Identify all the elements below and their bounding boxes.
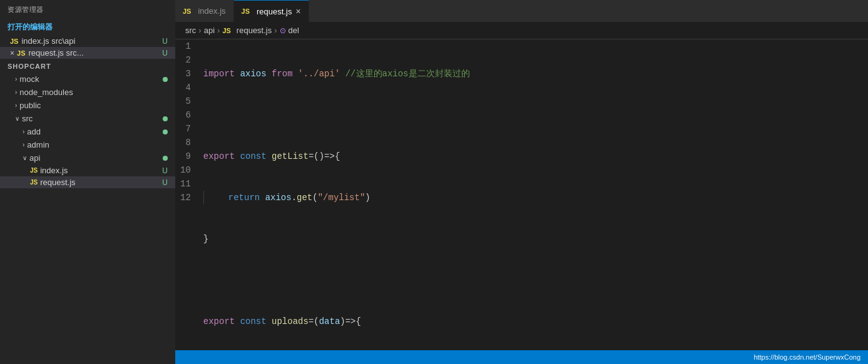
status-bar: https://blog.csdn.net/SuperwxCong bbox=[175, 350, 868, 364]
project-name: SHOPCART bbox=[0, 59, 175, 73]
folder-api[interactable]: ∨ api bbox=[0, 151, 175, 164]
js-icon-4: JS bbox=[30, 179, 38, 186]
folder-admin[interactable]: › admin bbox=[0, 138, 175, 151]
js-tab-icon-2: JS bbox=[242, 8, 250, 15]
folder-node-modules-label: node_modules bbox=[19, 88, 73, 97]
tab-label-index: index.js bbox=[198, 6, 225, 16]
folder-public[interactable]: › public bbox=[0, 99, 175, 112]
code-line-5: } bbox=[203, 232, 868, 246]
tab-label-request: request.js bbox=[257, 7, 292, 16]
open-file-index[interactable]: JS index.js src\api U bbox=[0, 35, 175, 47]
code-line-4: return axios.get("/mylist") bbox=[203, 191, 868, 205]
breadcrumb-sep-1: › bbox=[198, 26, 201, 35]
js-icon-2: JS bbox=[17, 49, 25, 57]
code-container[interactable]: 1 2 3 4 5 6 7 8 9 10 11 12 import axios … bbox=[175, 39, 868, 350]
breadcrumb-sep-2: › bbox=[217, 26, 220, 35]
file-request-js[interactable]: JS request.js U bbox=[0, 176, 175, 188]
chevron-right-icon: › bbox=[15, 76, 17, 83]
file-index-label: index.js bbox=[40, 166, 68, 175]
dot-badge-src bbox=[163, 116, 168, 121]
chevron-right-icon-5: › bbox=[23, 141, 24, 148]
tab-index-js[interactable]: JS index.js bbox=[175, 0, 234, 22]
js-icon: JS bbox=[10, 38, 18, 45]
breadcrumb-request-js: request.js bbox=[237, 26, 272, 35]
js-icon-3: JS bbox=[30, 167, 38, 174]
badge-u-3: U bbox=[162, 166, 168, 175]
folder-mock[interactable]: › mock bbox=[0, 73, 175, 86]
editor-area: JS index.js JS request.js × src › api › … bbox=[175, 0, 868, 364]
status-link[interactable]: https://blog.csdn.net/SuperwxCong bbox=[753, 353, 860, 361]
chevron-right-icon-4: › bbox=[23, 128, 24, 135]
folder-src[interactable]: ∨ src bbox=[0, 112, 175, 125]
tab-bar: JS index.js JS request.js × bbox=[175, 0, 868, 22]
code-editor[interactable]: import axios from '../api' //这里的axios是二次… bbox=[201, 39, 868, 350]
file-index-js[interactable]: JS index.js U bbox=[0, 164, 175, 176]
line-numbers: 1 2 3 4 5 6 7 8 9 10 11 12 bbox=[175, 39, 201, 350]
sidebar: 资源管理器 打开的编辑器 JS index.js src\api U × JS … bbox=[0, 0, 175, 364]
dot-badge-add bbox=[163, 129, 168, 134]
open-editors-label[interactable]: 打开的编辑器 bbox=[0, 19, 175, 35]
open-file-name-2: request.js src... bbox=[28, 48, 83, 58]
breadcrumb-src: src bbox=[185, 26, 196, 35]
open-file-request[interactable]: × JS request.js src... U bbox=[0, 47, 175, 59]
folder-mock-label: mock bbox=[19, 74, 39, 84]
breadcrumb-api: api bbox=[204, 26, 215, 35]
dot-badge-api bbox=[163, 156, 168, 161]
tab-request-js[interactable]: JS request.js × bbox=[234, 0, 309, 22]
code-line-2 bbox=[203, 108, 868, 122]
file-request-label: request.js bbox=[40, 178, 75, 187]
breadcrumb-func-icon: ⊙ bbox=[280, 26, 286, 35]
open-file-name: index.js src\api bbox=[21, 36, 75, 46]
folder-add-label: add bbox=[27, 127, 41, 136]
breadcrumb-sep-3: › bbox=[274, 26, 277, 35]
close-icon[interactable]: × bbox=[10, 49, 14, 58]
chevron-right-icon-3: › bbox=[15, 102, 17, 109]
dot-badge-mock bbox=[163, 77, 168, 82]
chevron-down-icon-2: ∨ bbox=[23, 154, 27, 161]
code-line-3: export const getList=()=>{ bbox=[203, 149, 868, 163]
folder-node-modules[interactable]: › node_modules bbox=[0, 86, 175, 99]
badge-u-4: U bbox=[162, 178, 168, 187]
folder-public-label: public bbox=[19, 101, 41, 110]
sidebar-title: 资源管理器 bbox=[0, 0, 175, 19]
badge-u-request: U bbox=[162, 49, 168, 58]
code-line-6 bbox=[203, 273, 868, 287]
breadcrumb-js-icon: JS bbox=[222, 27, 230, 34]
folder-src-label: src bbox=[22, 114, 33, 123]
badge-u-index: U bbox=[162, 37, 168, 46]
breadcrumb: src › api › JS request.js › ⊙ del bbox=[175, 22, 868, 39]
code-line-1: import axios from '../api' //这里的axios是二次… bbox=[203, 67, 868, 81]
tab-close-button[interactable]: × bbox=[295, 6, 300, 16]
js-tab-icon-1: JS bbox=[183, 8, 191, 15]
breadcrumb-del: del bbox=[288, 26, 299, 35]
code-line-7: export const uploads=(data)=>{ bbox=[203, 315, 868, 328]
folder-admin-label: admin bbox=[27, 140, 49, 149]
folder-api-label: api bbox=[29, 153, 40, 163]
chevron-down-icon: ∨ bbox=[15, 115, 19, 122]
chevron-right-icon-2: › bbox=[15, 89, 17, 96]
folder-add[interactable]: › add bbox=[0, 125, 175, 138]
